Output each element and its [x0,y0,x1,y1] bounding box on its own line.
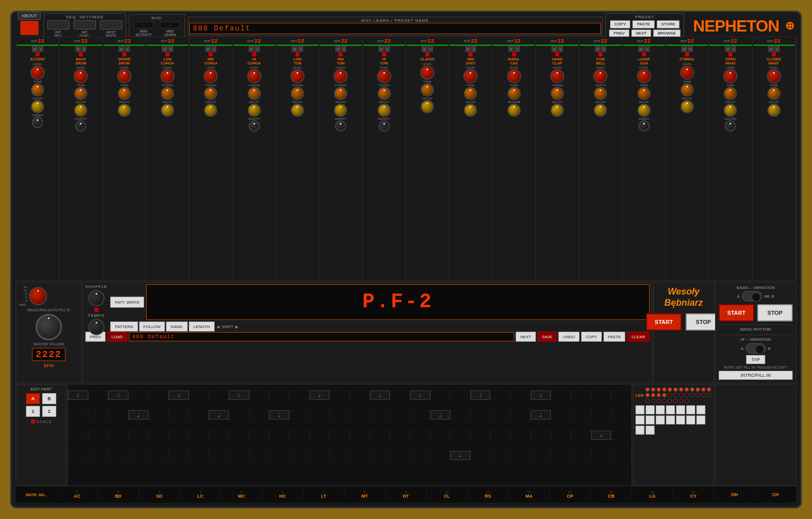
mute-btn-4[interactable]: M [206,46,211,52]
seq-cell-2-24[interactable] [551,431,571,440]
len-dot-28[interactable] [668,399,672,403]
solo-btn-2[interactable]: S [125,46,129,52]
seq-cell-1-16[interactable] [390,410,410,419]
len-dot-30[interactable] [679,399,683,403]
seq-cell-3-13[interactable] [329,451,350,460]
decay-knob-17[interactable] [767,104,781,117]
level-knob-6[interactable] [290,69,304,83]
instr-abbr-7[interactable]: LT [321,494,326,499]
seq-cell-1-24[interactable] [551,410,571,419]
len-dot-11[interactable] [707,387,711,392]
len-dot-6[interactable] [679,387,683,392]
seq-cell-3-27[interactable] [611,451,631,460]
int-seq-button[interactable] [47,20,70,29]
solo-btn-17[interactable]: S [774,46,779,52]
decay-knob-6[interactable] [291,104,304,117]
measures-knob[interactable] [29,287,47,305]
tone-knob-12[interactable] [551,87,564,100]
len-dot-18[interactable] [679,393,683,397]
seq-cell-3-11[interactable] [289,451,310,460]
seq-cell-0-17[interactable]: ♩ [410,391,430,400]
instr-abbr-8[interactable]: MT [361,494,368,499]
step-btn-3[interactable] [656,405,665,414]
step-btn-7[interactable] [696,405,705,414]
seq-cell-0-14[interactable] [350,391,370,400]
extra-knob-8[interactable] [379,120,390,132]
step-btn-5[interactable] [676,405,685,414]
seq-cell-0-15[interactable]: ♩ [370,391,390,400]
solo-btn-15[interactable]: S [688,46,693,52]
solo-btn-1[interactable]: S [82,46,86,52]
store-preset-button[interactable]: STORE [657,20,680,28]
mute-btn-1[interactable]: M [76,46,81,52]
seq-cell-1-9[interactable] [249,410,269,419]
seq-cell-3-2[interactable] [108,451,128,460]
seq-cell-3-1[interactable] [88,451,109,460]
seq-cell-0-21[interactable] [490,391,511,400]
level-knob-14[interactable] [637,69,651,83]
tone-knob-11[interactable] [507,87,521,100]
seq-cell-3-7[interactable] [209,451,229,460]
start-button[interactable]: START [646,313,682,331]
instr-abbr-17[interactable]: OH [731,492,738,497]
decay-knob-8[interactable] [378,104,391,117]
level-knob-10[interactable] [463,69,478,83]
seq-cell-1-17[interactable] [410,410,430,419]
tone-knob-5[interactable] [248,87,261,100]
seq-cell-2-25[interactable] [571,431,591,440]
step-btn-13[interactable] [686,415,695,425]
seq-cell-2-8[interactable] [229,431,249,440]
paste-preset-button[interactable]: PASTE [632,20,655,28]
len-dot-19[interactable] [685,393,689,397]
edit-part-2-button[interactable]: 2 [42,406,56,417]
seq-cell-3-25[interactable] [571,451,591,460]
copy-preset-button[interactable]: COPY [610,20,631,28]
level-knob-7[interactable] [333,69,348,83]
seq-cell-0-12[interactable]: ♩ [310,391,330,400]
len-dot-22[interactable] [701,393,705,397]
len-dot-8[interactable] [690,387,694,392]
mute-btn-17[interactable]: M [768,46,773,52]
level-knob-17[interactable] [767,69,781,83]
seq-cell-2-6[interactable] [189,431,209,440]
len-dot-1[interactable] [651,387,655,392]
edit-part-1-button[interactable]: 1 [26,406,40,417]
seq-cell-1-4[interactable] [149,410,169,419]
decay-knob-2[interactable] [118,104,131,117]
seq-cell-2-18[interactable] [430,431,451,440]
edit-part-b-button[interactable]: B [42,393,56,404]
pattern-button[interactable]: PATTERN [110,321,138,332]
extra-knob-0[interactable] [32,117,43,128]
tone-knob-9[interactable] [421,83,434,96]
stop-button-2[interactable]: STOP [757,304,793,321]
len-dot-12[interactable] [646,393,650,397]
tone-knob-2[interactable] [118,87,131,100]
seq-cell-1-8[interactable] [229,410,249,419]
seq-cell-0-22[interactable] [511,391,531,400]
decay-knob-4[interactable] [204,104,217,117]
len-dot-0[interactable] [646,387,650,392]
seq-cell-3-16[interactable] [390,451,410,460]
seq-cell-0-1[interactable] [88,391,109,400]
options-button[interactable] [20,21,39,35]
int-sync-button[interactable] [74,20,96,29]
level-knob-15[interactable] [680,66,694,80]
level-knob-16[interactable] [723,69,737,83]
len-dot-13[interactable] [651,393,655,397]
seq-cell-2-2[interactable] [108,431,128,440]
level-knob-12[interactable] [550,69,564,83]
instr-abbr-1[interactable]: AC [74,494,80,499]
seq-cell-3-6[interactable] [189,451,209,460]
level-knob-5[interactable] [247,69,261,83]
level-knob-9[interactable] [420,66,434,80]
seq-cell-2-12[interactable] [310,431,330,440]
decay-knob-12[interactable] [551,104,564,117]
solo-btn-11[interactable]: S [515,46,519,52]
mute-btn-15[interactable]: M [682,46,687,52]
decay-knob-10[interactable] [464,104,477,117]
len-dot-2[interactable] [657,387,661,392]
seq-cell-3-8[interactable] [229,451,249,460]
master-volume-knob[interactable] [36,314,62,340]
seq-cell-0-20[interactable]: ♩ [470,391,491,400]
seq-cell-1-13[interactable] [329,410,350,419]
